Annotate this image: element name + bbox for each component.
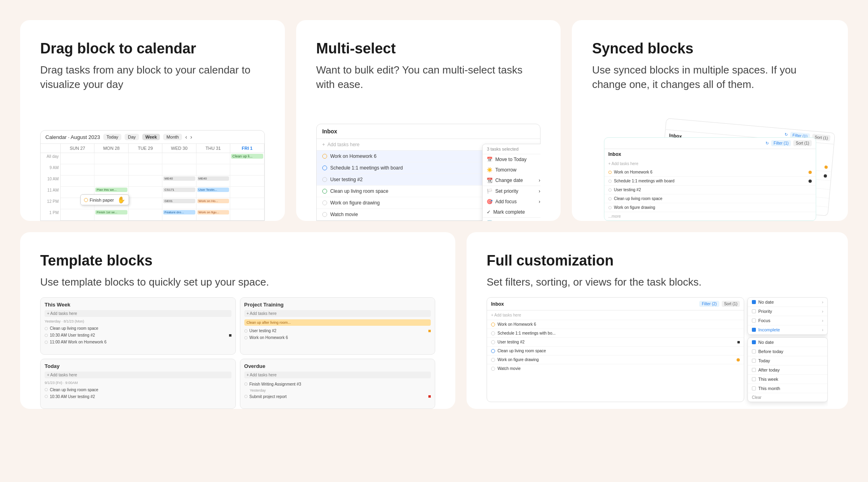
task-label-6: Watch movie — [330, 212, 358, 217]
label-f5: Work on figure drawing — [614, 205, 655, 210]
fd-check-focus — [752, 319, 756, 323]
ctx-change-date[interactable]: 📆 Change date › — [483, 175, 540, 186]
cal-title: Calendar · August 2023 — [45, 134, 100, 140]
fd-nodate[interactable]: No date › — [748, 298, 827, 307]
refresh-icon-back: ↻ — [784, 132, 788, 137]
card-multiselect-desc: Want to bulk edit? You can multi-select … — [316, 63, 541, 92]
tmpl-task-tw-2: 10:30 AM User testing #2 — [45, 332, 231, 339]
panel-title-project: Project Training — [244, 302, 431, 308]
tmpl-dot-o-1 — [244, 382, 248, 386]
fd-r-check-beforetoday — [752, 349, 756, 353]
dot-f5 — [608, 206, 612, 209]
custom-task-4[interactable]: Clean up living room space — [487, 347, 744, 355]
panel-add-this-week[interactable]: + Add tasks here — [45, 310, 231, 317]
custom-task-2[interactable]: Schedule 1:1 meetings with bo... — [487, 329, 744, 338]
fd-chevron-incomplete: › — [822, 327, 823, 332]
panel-add-project[interactable]: + Add tasks here — [244, 310, 431, 317]
custom-task-6[interactable]: Watch movie — [487, 364, 744, 373]
fd-r-beforetoday[interactable]: Before today — [748, 347, 827, 356]
tmpl-label-tw-1: Clean up living room space — [50, 326, 98, 331]
tmpl-label-tw-2: 10:30 AM User testing #2 — [50, 333, 95, 337]
label-f1: Work on Homework 6 — [614, 170, 653, 174]
fd-label-nodate: No date — [758, 300, 774, 304]
custom-circle-5 — [491, 358, 495, 362]
custom-task-1[interactable]: Work on Homework 6 — [487, 320, 744, 329]
card-synced-title: Synced blocks — [592, 40, 828, 57]
date-icon: 📆 — [487, 178, 493, 183]
fd-r-thismonth[interactable]: This month — [748, 384, 827, 393]
ctx-add-focus[interactable]: 🎯 Add focus › — [483, 196, 540, 207]
tmpl-dot-tw-1 — [45, 327, 48, 330]
panel-title-this-week: This Week — [45, 302, 231, 308]
card-drag-image: Calendar · August 2023 Today Day Week Mo… — [40, 100, 265, 221]
custom-task-3[interactable]: User testing #2 — [487, 338, 744, 347]
custom-layout: Inbox Filter (2) Sort (1) + Add tasks he… — [487, 297, 828, 402]
custom-label-5: Work on figure drawing — [497, 357, 539, 362]
filter-dropdown-left: No date › Priority › Focus — [747, 297, 828, 335]
card-template-image: This Week + Add tasks here Yesterday · 8… — [40, 297, 435, 409]
cal-day-btn[interactable]: Day — [125, 134, 139, 140]
drag-item[interactable]: Finish paper ✋ — [80, 194, 129, 205]
fd-r-nodate[interactable]: No date — [748, 338, 827, 347]
custom-sort-btn[interactable]: Sort (1) — [722, 301, 740, 307]
card-multiselect: Multi-select Want to bulk edit? You can … — [296, 20, 561, 221]
fd-r-label-aftertoday: After today — [758, 368, 780, 372]
ctx-delete[interactable]: 🗑️ Delete — [483, 218, 540, 221]
cal-next[interactable]: › — [190, 134, 192, 140]
badge-f2 — [809, 180, 812, 183]
cal-9am-row: 9 AM — [41, 164, 264, 176]
today-date-label: 9/1/23 (Fri) · 9:00AM — [45, 381, 231, 385]
inbox-title: Inbox — [317, 124, 540, 139]
tmpl-task-t-2: 10:30 AM User testing #2 — [45, 393, 231, 400]
template-panel-overdue: Overdue + Add tasks here Finish Writing … — [240, 359, 436, 409]
task-circle-3 — [322, 177, 327, 182]
cal-prev[interactable]: ‹ — [185, 134, 187, 140]
synced-task-f4: Clean up living room space — [604, 194, 816, 203]
custom-label-3: User testing #2 — [497, 340, 524, 344]
custom-filter-btn[interactable]: Filter (2) — [699, 301, 719, 307]
fd-focus[interactable]: Focus › — [748, 316, 827, 325]
fd-incomplete[interactable]: Incomplete › — [748, 325, 827, 335]
cal-month-btn[interactable]: Month — [163, 134, 182, 140]
synced-toolbar-front: ↻ Filter (1) Sort (1) — [604, 138, 816, 149]
cal-allday-row: All day Clean up li... — [41, 153, 264, 164]
chevron-right-icon: › — [538, 178, 540, 183]
card-custom-title: Full customization — [487, 252, 828, 269]
ctx-tomorrow[interactable]: ☀️ Tomorrow — [483, 165, 540, 175]
tmpl-badge-tw-2 — [229, 334, 231, 337]
fd-chevron-nodate: › — [822, 300, 823, 304]
chevron-right2-icon: › — [538, 188, 540, 194]
top-row: Drag block to calendar Drag tasks from a… — [20, 20, 848, 221]
page-container: Drag block to calendar Drag tasks from a… — [20, 20, 848, 462]
custom-circle-1 — [491, 323, 495, 327]
custom-circle-2 — [491, 331, 495, 335]
panel-add-overdue[interactable]: + Add tasks here — [244, 372, 431, 378]
sun-icon: ☀️ — [487, 167, 493, 173]
ctx-set-priority[interactable]: 🏳️ Set priority › — [483, 186, 540, 196]
custom-task-5[interactable]: Work on figure drawing — [487, 355, 744, 364]
fd-r-aftertoday[interactable]: After today — [748, 366, 827, 375]
project-label: Clean up after living room... — [244, 319, 431, 326]
cal-week-btn[interactable]: Week — [142, 134, 160, 140]
ctx-mark-complete[interactable]: ✓ Mark complete — [483, 207, 540, 218]
fd-r-clear[interactable]: Clear — [748, 393, 827, 402]
custom-circle-4 — [491, 349, 495, 353]
fd-r-check-aftertoday — [752, 368, 756, 372]
ctx-move-today[interactable]: 📅 Move to Today — [483, 154, 540, 165]
cal-10am-row: 10 AM ME40 ME40 — [41, 176, 264, 187]
task-circle-1 — [322, 154, 327, 159]
synced-task-f5: Work on figure drawing — [604, 203, 816, 212]
tmpl-label-t-1: Clean up living room space — [50, 388, 98, 392]
custom-add-row[interactable]: + Add tasks here — [487, 310, 744, 320]
fd-r-today[interactable]: Today — [748, 356, 827, 366]
synced-add-front: + Add tasks here — [604, 159, 816, 168]
fd-priority[interactable]: Priority › — [748, 307, 827, 316]
panel-add-today[interactable]: + Add tasks here — [45, 372, 231, 378]
template-panel-today: Today + Add tasks here 9/1/23 (Fri) · 9:… — [40, 359, 236, 409]
cal-today-btn[interactable]: Today — [103, 134, 121, 140]
check-icon: ✓ — [487, 209, 491, 215]
tmpl-dot-tw-3 — [45, 341, 48, 344]
custom-badge-5 — [737, 358, 740, 362]
fd-r-thisweek[interactable]: This week — [748, 375, 827, 384]
tmpl-label-p-2: Work on Homework 6 — [250, 335, 288, 340]
